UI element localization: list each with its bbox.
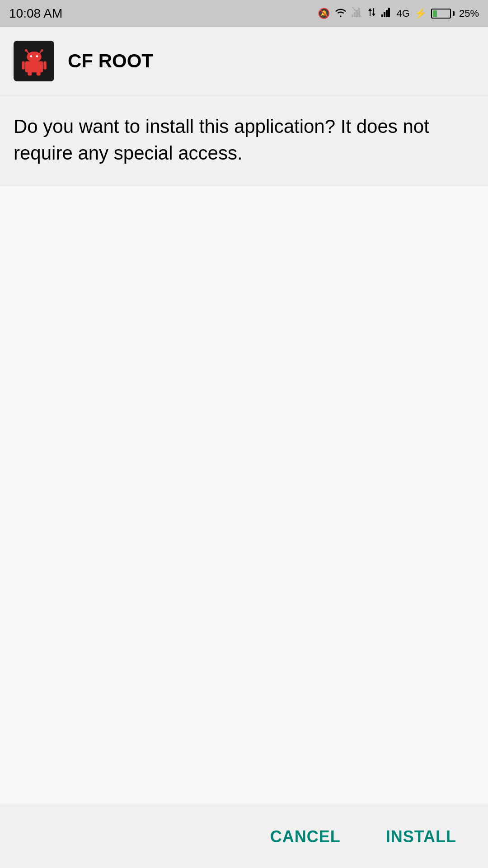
mute-icon: 🔕: [318, 8, 330, 19]
status-icons: 🔕: [318, 7, 479, 20]
battery-body: [431, 9, 451, 19]
install-button[interactable]: INSTALL: [372, 818, 470, 855]
svg-rect-11: [386, 10, 388, 17]
svg-point-19: [36, 55, 38, 57]
description-area: Do you want to install this application?…: [0, 95, 488, 185]
android-robot-icon: [19, 47, 49, 76]
svg-rect-9: [381, 14, 383, 17]
app-title: CF ROOT: [68, 50, 153, 72]
svg-rect-10: [384, 12, 385, 17]
status-bar: 10:08 AM 🔕: [0, 0, 488, 27]
battery-container: [431, 9, 455, 19]
svg-marker-5: [368, 8, 372, 11]
svg-rect-24: [36, 71, 40, 75]
svg-rect-20: [25, 61, 43, 72]
cancel-button[interactable]: CANCEL: [257, 818, 354, 855]
signal-icon: [352, 7, 362, 20]
svg-rect-0: [352, 14, 353, 17]
main-content: [0, 185, 488, 805]
svg-rect-23: [28, 71, 32, 75]
bottom-buttons: CANCEL INSTALL: [0, 805, 488, 868]
svg-point-17: [27, 52, 42, 62]
svg-point-18: [30, 55, 32, 57]
svg-point-16: [41, 49, 43, 51]
battery-fill: [433, 10, 437, 17]
svg-rect-1: [354, 12, 356, 17]
svg-rect-12: [388, 8, 390, 17]
cellular-icon: [381, 7, 392, 20]
battery-tip: [453, 11, 455, 16]
charging-icon: ⚡: [414, 8, 427, 19]
wifi-icon: [334, 7, 347, 20]
data-arrows-icon: [367, 7, 377, 20]
app-icon: [14, 41, 54, 81]
app-header: CF ROOT: [0, 27, 488, 95]
network-type: 4G: [397, 8, 410, 19]
battery-percent: 25%: [459, 8, 479, 19]
status-time: 10:08 AM: [9, 6, 62, 21]
svg-point-14: [25, 49, 27, 51]
svg-marker-7: [372, 14, 375, 16]
svg-rect-21: [22, 61, 25, 69]
svg-rect-22: [43, 61, 47, 69]
description-text: Do you want to install this application?…: [14, 113, 474, 167]
